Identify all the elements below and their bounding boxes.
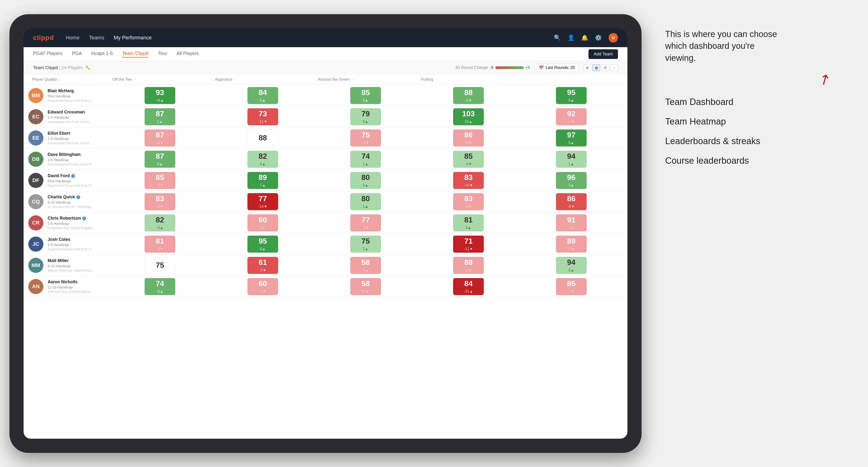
score-cell: 85-4▼ <box>520 276 623 297</box>
player-club: Sunningdale Golf Club, United Kingdom <box>48 120 95 124</box>
score-number: 81 <box>464 216 473 224</box>
player-details: Edward Crossman1-5 HandicapSunningdale G… <box>48 110 95 124</box>
tab-team-clippd[interactable]: Team Clippd <box>122 51 148 58</box>
team-title: Team Clippd | 14 Players <box>33 65 83 70</box>
heatmap-view-button[interactable]: ▦ <box>592 64 600 71</box>
score-cell: 88-1▼ <box>417 85 520 106</box>
score-box: 874▲ <box>145 151 175 168</box>
score-change: 3▲ <box>568 268 574 272</box>
score-change: 1▲ <box>363 205 369 209</box>
table-row[interactable]: CQCharlie Quick✓6-10 HandicapSt. George'… <box>24 191 627 212</box>
tab-all-players[interactable]: All Players <box>177 51 198 58</box>
bell-icon[interactable]: 🔔 <box>581 34 588 41</box>
score-cell: 89-2▼ <box>520 234 623 254</box>
score-change: -2▼ <box>568 247 575 251</box>
score-box: 858▲ <box>350 87 381 104</box>
score-number: 85 <box>567 279 576 288</box>
player-handicap: 1-5 Handicap <box>48 221 93 225</box>
player-info: BMBlair McHargPlus HandicapRoyal North D… <box>28 85 108 106</box>
score-cell: 897▲ <box>211 170 314 191</box>
score-cell: 5810▲ <box>314 276 417 297</box>
score-change: -21▲ <box>464 289 473 294</box>
score-cell: 60-1▼ <box>211 276 314 297</box>
table-row[interactable]: DFDavid Ford✓Plus HandicapRoyal North De… <box>24 170 627 191</box>
nav-link-teams[interactable]: Teams <box>89 35 104 41</box>
score-change: -6▼ <box>465 205 472 209</box>
tab-tour[interactable]: Tour <box>158 51 167 58</box>
annotation-item: Leaderboards & streaks <box>665 136 849 146</box>
score-number: 85 <box>156 173 164 182</box>
player-club: Gog Magog Golf Club, United Kingdom <box>48 162 95 166</box>
player-info: CRChris Robertson✓1-5 HandicapCraigmilla… <box>28 212 108 233</box>
score-cell: 86-6▼ <box>417 127 520 148</box>
player-handicap: 1-5 Handicap <box>48 158 95 162</box>
score-number: 89 <box>567 237 576 246</box>
nav-link-home[interactable]: Home <box>66 35 80 41</box>
score-number: 86 <box>464 131 473 139</box>
player-details: Charlie Quick✓6-10 HandicapSt. George's … <box>48 195 95 209</box>
score-number: 83 <box>464 194 473 203</box>
change-pos: +5 <box>526 65 530 70</box>
score-number: 77 <box>361 216 370 224</box>
score-change: -3▼ <box>362 226 369 230</box>
edit-icon[interactable]: ✏️ <box>86 66 90 70</box>
last-rounds-button[interactable]: 📅 Last Rounds: 20 <box>535 64 579 72</box>
score-box: 85-3▼ <box>453 151 484 168</box>
score-cell: 943▲ <box>520 255 623 276</box>
score-box: 824▲ <box>247 151 278 168</box>
table-row[interactable]: BMBlair McHargPlus HandicapRoyal North D… <box>24 85 627 106</box>
score-box: 83-3▼ <box>145 193 175 210</box>
chart-view-button[interactable]: ↕ <box>611 64 618 71</box>
score-number: 86 <box>567 194 576 203</box>
user-icon[interactable]: 👤 <box>567 34 575 41</box>
player-name: Dave Billingham <box>48 152 95 157</box>
nav-right: 🔍 👤 🔔 ⚙️ U <box>554 33 618 42</box>
avatar: CQ <box>28 194 43 209</box>
score-number: 88 <box>258 133 267 142</box>
score-number: 87 <box>156 110 164 118</box>
player-club: Woburn Golf Club, United Kingdom <box>48 269 95 272</box>
tab-pgat[interactable]: PGAT Players <box>33 51 63 58</box>
tablet-screen: clippd Home Teams My Performance 🔍 👤 🔔 ⚙… <box>24 28 627 439</box>
score-number: 71 <box>464 237 473 246</box>
score-number: 75 <box>156 261 164 270</box>
score-change: 8▲ <box>363 98 369 102</box>
tab-pga[interactable]: PGA <box>72 51 82 58</box>
table-row[interactable]: MMMatt Miller6-10 HandicapWoburn Golf Cl… <box>24 255 627 276</box>
player-info: EEElliot Ebert1-5 HandicapSunningdale Go… <box>28 127 108 148</box>
table-row[interactable]: JCJosh Coles1-5 HandicapRoyal North Devo… <box>24 234 627 255</box>
add-team-button[interactable]: Add Team <box>588 49 618 59</box>
col-header-player: Player Quality ↓ <box>28 74 108 85</box>
score-cell: 941▲ <box>520 149 623 169</box>
score-box: 71-11▼ <box>453 236 484 253</box>
score-change: 1▲ <box>568 162 574 166</box>
grid-view-button[interactable]: ⊞ <box>584 64 591 71</box>
score-number: 84 <box>258 88 267 97</box>
table-row[interactable]: EEElliot Ebert1-5 HandicapSunningdale Go… <box>24 127 627 149</box>
score-change: 6▲ <box>260 98 266 102</box>
table-row[interactable]: CRChris Robertson✓1-5 HandicapCraigmilla… <box>24 212 627 234</box>
player-info: JCJosh Coles1-5 HandicapRoyal North Devo… <box>28 234 108 254</box>
score-change: -1▼ <box>465 98 472 102</box>
score-number: 88 <box>464 88 473 97</box>
round-change: 20 Round Change -5 +5 <box>456 65 530 70</box>
score-change: -8▼ <box>568 205 575 209</box>
player-details: Blair McHargPlus HandicapRoyal North Dev… <box>48 88 95 102</box>
nav-link-myperformance[interactable]: My Performance <box>114 35 152 41</box>
search-icon[interactable]: 🔍 <box>554 34 561 41</box>
table-row[interactable]: DBDave Billingham1-5 HandicapGog Magog G… <box>24 149 627 170</box>
player-name: Edward Crossman <box>48 110 95 115</box>
score-box: 958▲ <box>247 236 278 253</box>
settings-icon[interactable]: ⚙️ <box>595 34 602 41</box>
table-row[interactable]: ANAaron Nicholls11-15 HandicapDrift Golf… <box>24 276 627 297</box>
avatar[interactable]: U <box>609 33 618 42</box>
list-view-button[interactable]: ☰ <box>601 64 609 71</box>
col-header-putting: Putting → <box>417 74 520 85</box>
score-cell: 75 <box>108 255 211 276</box>
player-handicap: 1-5 Handicap <box>48 243 95 247</box>
table-row[interactable]: ECEdward Crossman1-5 HandicapSunningdale… <box>24 106 627 127</box>
player-handicap: 1-5 Handicap <box>48 136 95 141</box>
avatar: AN <box>28 279 43 294</box>
score-number: 79 <box>361 110 370 118</box>
tab-hcaps[interactable]: Hcaps 1-5 <box>91 51 113 58</box>
